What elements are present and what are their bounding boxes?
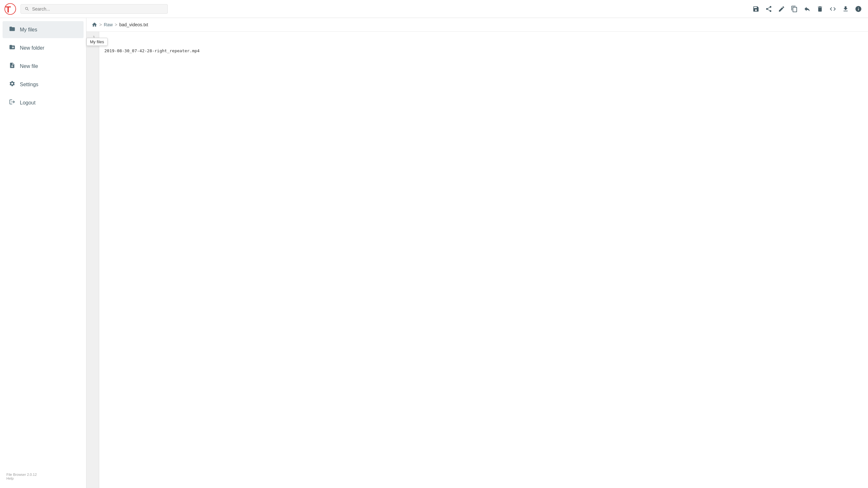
share-button[interactable] (763, 3, 775, 15)
sidebar-item-label: New folder (20, 45, 44, 51)
sidebar-item-logout[interactable]: Logout (3, 94, 84, 111)
sidebar-item-new-file[interactable]: New file (3, 58, 84, 75)
header: T (0, 0, 868, 18)
move-button[interactable] (801, 3, 813, 15)
edit-button[interactable] (776, 3, 787, 15)
help-link[interactable]: Help (6, 477, 80, 480)
app-logo[interactable]: T (4, 3, 17, 16)
header-actions (750, 3, 864, 15)
sidebar-item-label: My files (20, 27, 37, 33)
settings-icon (9, 80, 16, 88)
download-button[interactable] (840, 3, 851, 15)
breadcrumb: > Raw > bad_videos.txt (87, 18, 868, 32)
copy-button[interactable] (788, 3, 800, 15)
file-content[interactable]: 2019-08-30_07-42-28-right_repeater.mp4 (99, 32, 868, 488)
breadcrumb-sep-2: > (115, 22, 117, 27)
breadcrumb-current: bad_videos.txt (119, 22, 148, 27)
logout-icon (9, 99, 16, 107)
sidebar-item-label: New file (20, 63, 38, 69)
line-numbers: 1 2 (87, 32, 99, 488)
search-input[interactable] (32, 6, 164, 11)
sidebar: My files New folder New file Settings (0, 18, 87, 488)
add-file-icon (9, 62, 16, 70)
sidebar-item-settings[interactable]: Settings (3, 76, 84, 93)
file-editor: 1 2 2019-08-30_07-42-28-right_repeater.m… (87, 32, 868, 488)
search-icon (25, 6, 29, 11)
sidebar-item-label: Settings (20, 82, 38, 87)
main-layout: My files New folder New file Settings (0, 18, 868, 488)
search-bar (21, 4, 168, 14)
sidebar-item-new-folder[interactable]: New folder (3, 39, 84, 56)
sidebar-item-my-files[interactable]: My files (3, 21, 84, 38)
save-button[interactable] (750, 3, 762, 15)
breadcrumb-raw[interactable]: Raw (104, 22, 113, 27)
folder-icon (9, 26, 16, 34)
sidebar-footer: File Browser 2.0.12 Help (0, 467, 86, 485)
content-area: > Raw > bad_videos.txt 1 2 2019-08-30_07… (87, 18, 868, 488)
add-folder-icon (9, 44, 16, 52)
line-number-2: 2 (90, 41, 95, 48)
delete-button[interactable] (814, 3, 826, 15)
sidebar-item-label: Logout (20, 100, 35, 106)
file-line-1: 2019-08-30_07-42-28-right_repeater.mp4 (104, 48, 863, 55)
version-label: File Browser 2.0.12 (6, 472, 37, 477)
info-button[interactable] (852, 3, 864, 15)
breadcrumb-home[interactable] (92, 22, 97, 28)
code-button[interactable] (827, 3, 839, 15)
line-number-1: 1 (90, 34, 95, 41)
breadcrumb-sep-1: > (99, 22, 102, 27)
